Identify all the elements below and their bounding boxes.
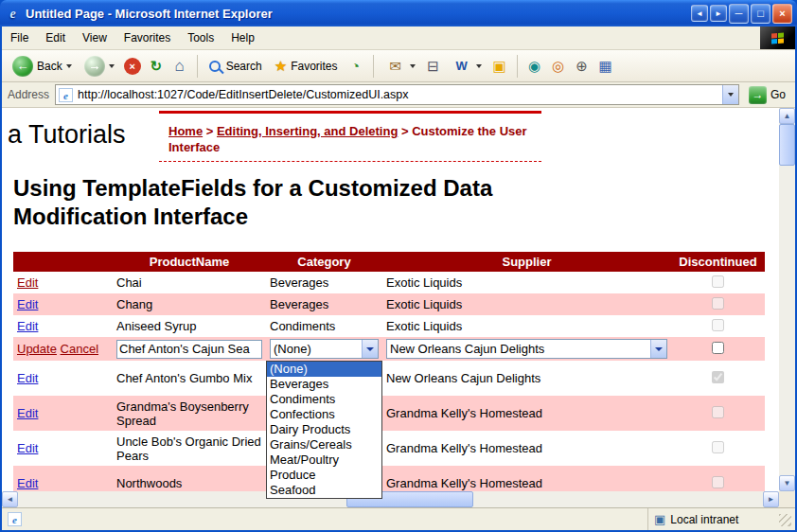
supplier-cell: Grandma Kelly's Homestead (382, 396, 671, 431)
menu-file[interactable]: File (2, 27, 37, 49)
title-bar: e Untitled Page - Microsoft Internet Exp… (0, 0, 797, 27)
refresh-button[interactable]: ↻ (146, 56, 167, 77)
titlebar-left-arrow-button[interactable]: ◄ (691, 5, 708, 22)
close-button[interactable]: × (772, 4, 792, 24)
chevron-down-icon[interactable] (650, 340, 666, 358)
resize-grip-icon[interactable] (779, 514, 791, 526)
chevron-down-icon[interactable] (362, 340, 378, 358)
titlebar-right-arrow-button[interactable]: ► (710, 5, 727, 22)
scroll-down-button[interactable]: ▼ (779, 475, 795, 491)
header-rule (159, 111, 541, 114)
address-input[interactable] (78, 88, 722, 101)
dropdown-option[interactable]: Beverages (267, 377, 381, 392)
dropdown-option[interactable]: Dairy Products (267, 422, 381, 437)
page-content: a Tutorials Home > Editing, Inserting, a… (2, 108, 779, 491)
category-select[interactable]: (None) (270, 339, 379, 359)
dropdown-option[interactable]: Meat/Poultry (267, 452, 381, 468)
dropdown-option-none[interactable]: (None) (267, 362, 381, 377)
toolbar: ← Back → × ↻ ⌂ Search ★ Favorites ◔ ✉ ⊟ … (2, 50, 795, 82)
table-row: Edit Northwoods Grandma Kelly's Homestea… (13, 466, 765, 491)
maximize-button[interactable]: □ (751, 4, 770, 24)
table-row: Edit Aniseed Syrup Condiments Exotic Liq… (13, 315, 765, 337)
breadcrumb: Home > Editing, Inserting, and Deleting … (168, 123, 543, 155)
edit-link[interactable]: Edit (17, 275, 38, 290)
dropdown-option[interactable]: Confections (267, 407, 381, 422)
product-name-input[interactable] (116, 340, 262, 359)
status-page-icon: e (8, 512, 22, 526)
horizontal-scrollbar[interactable]: ◄ ► (2, 491, 779, 507)
edit-link[interactable]: Edit (17, 441, 38, 455)
edit-link[interactable]: Edit (17, 476, 38, 490)
print-button[interactable]: ⊟ (423, 56, 444, 77)
messenger-button[interactable]: ▣ (489, 56, 510, 77)
edit-link[interactable]: Edit (17, 406, 38, 420)
toolbar-separator (197, 55, 198, 78)
globe-icon[interactable]: ◉ (524, 56, 545, 77)
dropdown-option[interactable]: Produce (267, 468, 381, 483)
menu-view[interactable]: View (74, 27, 115, 49)
search-button[interactable]: Search (204, 58, 267, 75)
category-cell: Beverages (266, 293, 382, 315)
mail-icon: ✉ (385, 56, 406, 77)
ie-logo-icon: e (5, 6, 21, 22)
update-link[interactable]: Update (17, 342, 57, 356)
favorites-button[interactable]: ★ Favorites (270, 56, 343, 77)
address-label: Address (8, 88, 49, 101)
mail-dropdown-icon (410, 64, 416, 68)
product-cell: Grandma's Boysenberry Spread (113, 396, 266, 431)
table-row: Edit Chai Beverages Exotic Liquids (13, 272, 765, 293)
breadcrumb-section-link[interactable]: Editing, Inserting, and Deleting (217, 124, 398, 138)
zoom-icon[interactable]: ⊕ (572, 56, 593, 77)
grid-icon[interactable]: ▦ (595, 56, 616, 77)
menu-help[interactable]: Help (222, 27, 263, 49)
supplier-cell: Grandma Kelly's Homestead (382, 431, 671, 466)
toolbar-separator (373, 55, 374, 78)
stop-button[interactable]: × (124, 58, 141, 75)
edit-dropdown-icon (476, 64, 482, 68)
address-dropdown-button[interactable] (722, 85, 738, 104)
table-row: Edit Chef Anton's Gumbo Mix New Orleans … (13, 361, 765, 396)
menu-bar: File Edit View Favorites Tools Help (2, 27, 795, 50)
column-header-discontinued: Discontinued (671, 252, 765, 272)
edit-button[interactable]: W (447, 54, 487, 79)
vertical-scroll-thumb[interactable] (779, 124, 795, 166)
column-header-actions (13, 252, 113, 272)
supplier-cell: New Orleans Cajun Delights (382, 361, 671, 396)
column-header-product: ProductName (113, 252, 266, 272)
forward-button[interactable]: → (80, 54, 119, 79)
cancel-link[interactable]: Cancel (61, 342, 98, 356)
go-button[interactable]: → Go (745, 86, 789, 104)
dropdown-option[interactable]: Seafood (267, 483, 381, 498)
breadcrumb-home-link[interactable]: Home (168, 124, 203, 138)
discontinued-checkbox (712, 371, 724, 383)
edit-link[interactable]: Edit (17, 319, 38, 333)
back-button[interactable]: ← Back (8, 54, 77, 79)
home-button[interactable]: ⌂ (169, 56, 190, 77)
edit-link[interactable]: Edit (17, 297, 38, 311)
forward-dropdown-icon (109, 64, 115, 68)
go-icon: → (749, 86, 767, 104)
minimize-button[interactable]: ─ (729, 4, 749, 24)
dropdown-option[interactable]: Grains/Cereals (267, 437, 381, 452)
edit-link[interactable]: Edit (17, 371, 38, 385)
history-button[interactable]: ◔ (345, 56, 366, 77)
menu-tools[interactable]: Tools (179, 27, 222, 49)
window-title: Untitled Page - Microsoft Internet Explo… (26, 7, 273, 21)
mail-button[interactable]: ✉ (381, 54, 420, 79)
table-row: Edit Chang Beverages Exotic Liquids (13, 293, 765, 315)
scroll-up-button[interactable]: ▲ (779, 108, 795, 124)
discontinued-checkbox (712, 297, 724, 310)
scroll-left-button[interactable]: ◄ (2, 491, 18, 507)
supplier-select[interactable]: New Orleans Cajun Delights (386, 339, 667, 359)
discontinued-checkbox[interactable] (712, 342, 724, 354)
site-title: a Tutorials (8, 120, 126, 150)
menu-edit[interactable]: Edit (37, 27, 74, 49)
menu-favorites[interactable]: Favorites (115, 27, 179, 49)
vertical-scrollbar[interactable]: ▲ ▼ (779, 108, 795, 491)
dropdown-option[interactable]: Condiments (267, 392, 381, 407)
product-cell: Chang (113, 293, 266, 315)
windows-logo-icon (760, 27, 795, 49)
sphere-icon[interactable]: ◎ (548, 56, 569, 77)
scroll-right-button[interactable]: ► (763, 491, 779, 507)
favorites-icon: ★ (275, 58, 287, 75)
